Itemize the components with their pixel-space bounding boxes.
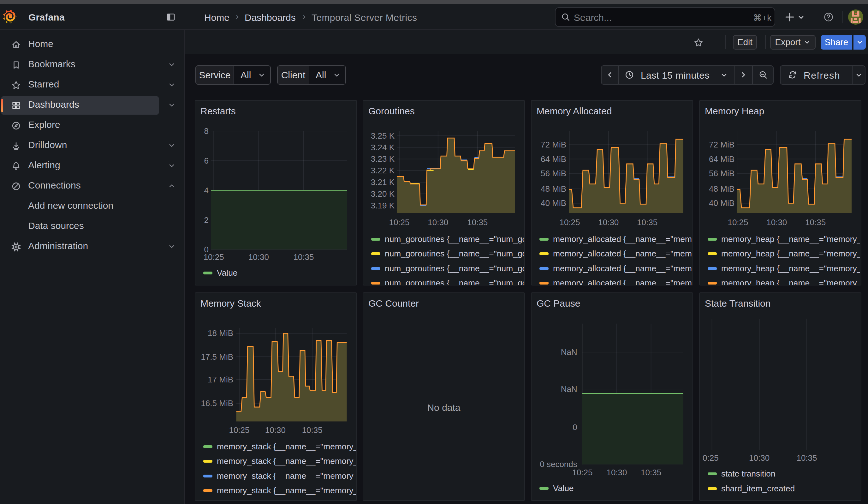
svg-text:10:30: 10:30 [766,218,787,227]
svg-text:10:25: 10:25 [572,468,592,477]
svg-text:10:30: 10:30 [428,218,448,227]
svg-text:4: 4 [204,186,209,195]
svg-text:NaN: NaN [561,347,577,357]
svg-text:0:25: 0:25 [703,453,719,463]
svg-text:3.23 K: 3.23 K [371,154,395,164]
svg-text:6: 6 [204,156,209,165]
svg-text:48 MiB: 48 MiB [541,184,566,194]
svg-text:10:25: 10:25 [389,218,410,227]
svg-text:8: 8 [204,126,209,136]
svg-text:3.25 K: 3.25 K [371,131,395,141]
svg-text:NaN: NaN [561,384,577,394]
svg-text:10:25: 10:25 [229,425,249,435]
svg-text:10:25: 10:25 [727,218,748,227]
svg-text:2: 2 [204,215,209,225]
svg-text:10:30: 10:30 [265,425,286,435]
svg-text:72 MiB: 72 MiB [541,140,566,150]
svg-text:72 MiB: 72 MiB [709,140,734,150]
svg-text:64 MiB: 64 MiB [709,154,734,164]
svg-text:10:35: 10:35 [467,218,488,227]
svg-text:3.20 K: 3.20 K [371,189,395,199]
svg-text:10:30: 10:30 [598,218,619,227]
svg-text:10:25: 10:25 [204,252,224,262]
svg-text:3.21 K: 3.21 K [371,177,395,187]
svg-text:40 MiB: 40 MiB [709,198,734,208]
svg-text:10:30: 10:30 [749,453,769,463]
svg-text:10:35: 10:35 [293,252,314,262]
svg-text:10:35: 10:35 [637,218,658,227]
svg-text:0: 0 [572,422,577,432]
svg-text:10:35: 10:35 [302,425,323,435]
svg-text:3.22 K: 3.22 K [371,166,395,175]
svg-text:10:30: 10:30 [606,468,627,477]
svg-text:64 MiB: 64 MiB [541,154,566,164]
svg-text:56 MiB: 56 MiB [541,169,566,178]
svg-text:17.5 MiB: 17.5 MiB [201,352,233,362]
svg-text:3.24 K: 3.24 K [371,143,395,152]
svg-text:10:30: 10:30 [248,252,269,262]
svg-text:18 MiB: 18 MiB [208,328,233,338]
svg-text:48 MiB: 48 MiB [709,184,734,194]
svg-text:10:35: 10:35 [805,218,826,227]
svg-text:10:25: 10:25 [559,218,580,227]
svg-text:10:35: 10:35 [796,453,817,463]
svg-text:56 MiB: 56 MiB [709,169,734,178]
svg-text:17 MiB: 17 MiB [208,375,233,384]
svg-text:3.19 K: 3.19 K [371,201,395,210]
svg-text:16.5 MiB: 16.5 MiB [201,399,233,408]
svg-text:40 MiB: 40 MiB [541,198,566,208]
svg-text:0 seconds: 0 seconds [540,460,577,469]
svg-text:10:35: 10:35 [641,468,661,477]
